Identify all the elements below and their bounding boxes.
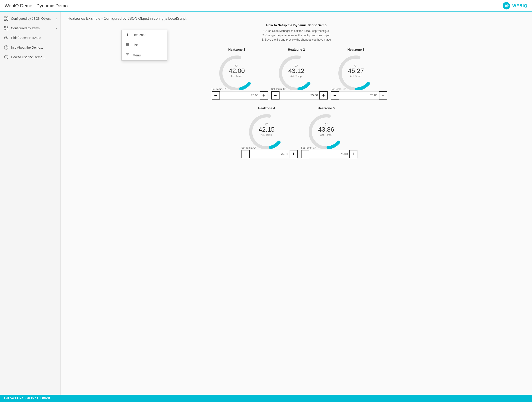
gauge-label-hz1: Act. Temp. — [229, 75, 245, 78]
svg-point-13 — [7, 26, 8, 28]
svg-point-12 — [4, 26, 6, 28]
control-row-hz5: −+ — [301, 150, 351, 158]
gauge-container-hz4: C° 42.15 Act. Temp. — [246, 112, 287, 144]
sidebar-item-label: How to Use the Demo... — [11, 55, 45, 59]
gauge-unit-hz1: C° — [229, 64, 245, 67]
heatzone-card-hz2: Heatzone 2 C° 43.12 Act. Temp. Set Temp.… — [271, 48, 322, 99]
sidebar-item-label: Configured by JSON Object — [11, 17, 51, 20]
svg-rect-3 — [4, 19, 6, 20]
increment-button-hz2[interactable]: + — [319, 91, 328, 99]
set-value-input-hz3[interactable] — [339, 91, 379, 99]
logo-icon — [502, 2, 510, 10]
set-value-input-hz4[interactable] — [250, 150, 290, 158]
gauge-label-hz3: Act. Temp. — [348, 75, 364, 78]
logo: WEBIQ — [502, 2, 527, 10]
heatzone-card-hz1: Heatzone 1 C° 42.00 Act. Temp. Set Temp.… — [212, 48, 262, 99]
sidebar-item-how-to-use[interactable]: How to Use the Demo... — [0, 52, 60, 62]
svg-point-15 — [7, 29, 8, 30]
gauge-label-hz4: Act. Temp. — [259, 133, 274, 136]
control-row-hz3: −+ — [331, 91, 381, 99]
gauge-container-hz1: C° 42.00 Act. Temp. — [216, 54, 258, 86]
gauge-center-hz1: C° 42.00 Act. Temp. — [229, 64, 245, 78]
sidebar-item-configured-by-json[interactable]: Configured by JSON Object ‹ 🌡 Heatzone — [0, 14, 60, 23]
sidebar-item-label: Info About the Demo... — [11, 46, 43, 49]
logo-text: WEBIQ — [512, 3, 527, 8]
sidebar-item-label: Configured by Items — [11, 26, 40, 30]
grid2-icon — [4, 26, 9, 31]
gauge-unit-hz2: C° — [288, 64, 304, 67]
increment-button-hz5[interactable]: + — [349, 150, 357, 158]
gauge-center-hz3: C° 45.27 Act. Temp. — [348, 64, 364, 78]
sidebar: Configured by JSON Object ‹ 🌡 Heatzone — [0, 12, 61, 395]
chevron-right-icon: › — [56, 27, 57, 30]
header: WebIQ Demo - Dynamic Demo WEBIQ — [0, 0, 532, 12]
dropdown-label-heatzone: Heatzone — [133, 33, 146, 37]
control-row-hz1: −+ — [212, 91, 262, 99]
heatzone-card-hz4: Heatzone 4 C° 42.15 Act. Temp. Set Temp.… — [241, 106, 292, 158]
svg-rect-1 — [4, 17, 6, 18]
info2-icon — [4, 55, 9, 60]
gauge-label-hz5: Act. Temp. — [318, 133, 334, 136]
svg-rect-2 — [7, 17, 8, 18]
gauge-value-hz1: 42.00 — [229, 67, 245, 74]
set-value-input-hz5[interactable] — [309, 150, 349, 158]
set-value-input-hz2[interactable] — [279, 91, 319, 99]
eye-icon — [4, 35, 9, 40]
decrement-button-hz3[interactable]: − — [331, 91, 339, 99]
dropdown-item-list[interactable]: List — [122, 40, 167, 50]
info-icon — [4, 45, 9, 50]
gauge-value-hz3: 45.27 — [348, 67, 364, 74]
content-title: Heatzones Example - Configured by JSON O… — [68, 17, 525, 21]
gauge-center-hz2: C° 43.12 Act. Temp. — [288, 64, 304, 78]
heatzone-card-hz5: Heatzone 5 C° 43.86 Act. Temp. Set Temp.… — [301, 106, 351, 158]
decrement-button-hz5[interactable]: − — [301, 150, 309, 158]
svg-rect-11 — [127, 54, 128, 56]
sidebar-item-hide-show[interactable]: Hide/Show Heatzone — [0, 33, 60, 43]
dropdown-label-list: List — [133, 43, 138, 47]
gauge-unit-hz4: C° — [259, 123, 274, 126]
sidebar-item-label: Hide/Show Heatzone — [11, 36, 41, 40]
gauge-value-hz2: 43.12 — [288, 67, 304, 74]
decrement-button-hz2[interactable]: − — [271, 91, 279, 99]
gauge-center-hz4: C° 42.15 Act. Temp. — [259, 123, 274, 136]
dropdown-overlay: 🌡 Heatzone List — [121, 30, 167, 61]
gauge-unit-hz5: C° — [318, 123, 334, 126]
gauge-value-hz5: 43.86 — [318, 126, 334, 133]
sidebar-item-info-demo[interactable]: Info About the Demo... — [0, 43, 60, 52]
gauge-container-hz3: C° 45.27 Act. Temp. — [336, 54, 377, 86]
heatzone-row-2: Heatzone 4 C° 42.15 Act. Temp. Set Temp.… — [68, 106, 525, 158]
gauge-value-hz4: 42.15 — [259, 126, 274, 133]
gauge-center-hz5: C° 43.86 Act. Temp. — [318, 123, 334, 136]
gauge-unit-hz3: C° — [348, 64, 364, 67]
svg-point-23 — [6, 56, 6, 56]
svg-point-20 — [6, 46, 6, 46]
footer: EMPOWERING HMI EXCELLENCE — [0, 395, 532, 402]
heatzone-card-hz3: Heatzone 3 C° 45.27 Act. Temp. Set Temp.… — [331, 48, 381, 99]
increment-button-hz3[interactable]: + — [379, 91, 387, 99]
increment-button-hz1[interactable]: + — [260, 91, 268, 99]
svg-point-17 — [6, 37, 7, 39]
dropdown-item-menu[interactable]: Menu — [122, 50, 167, 60]
dropdown-item-heatzone[interactable]: 🌡 Heatzone — [122, 30, 167, 40]
chevron-left-icon: ‹ — [56, 17, 57, 20]
decrement-button-hz1[interactable]: − — [212, 91, 220, 99]
increment-button-hz4[interactable]: + — [290, 150, 298, 158]
menu-icon — [125, 53, 130, 58]
control-row-hz2: −+ — [271, 91, 322, 99]
list-icon — [125, 43, 130, 47]
page-title: WebIQ Demo - Dynamic Demo — [5, 3, 68, 8]
svg-point-16 — [4, 37, 8, 39]
footer-text: EMPOWERING HMI EXCELLENCE — [4, 397, 50, 400]
sidebar-item-configured-by-items[interactable]: Configured by Items › — [0, 23, 60, 33]
content-area: Heatzones Example - Configured by JSON O… — [61, 12, 532, 395]
control-row-hz4: −+ — [241, 150, 292, 158]
gauge-container-hz5: C° 43.86 Act. Temp. — [306, 112, 347, 144]
dropdown-label-menu: Menu — [133, 53, 141, 57]
set-value-input-hz1[interactable] — [220, 91, 260, 99]
main-layout: Configured by JSON Object ‹ 🌡 Heatzone — [0, 12, 532, 395]
decrement-button-hz4[interactable]: − — [241, 150, 250, 158]
grid-icon — [4, 16, 9, 21]
svg-rect-4 — [7, 19, 8, 20]
svg-point-14 — [4, 29, 6, 30]
gauge-label-hz2: Act. Temp. — [288, 75, 304, 78]
